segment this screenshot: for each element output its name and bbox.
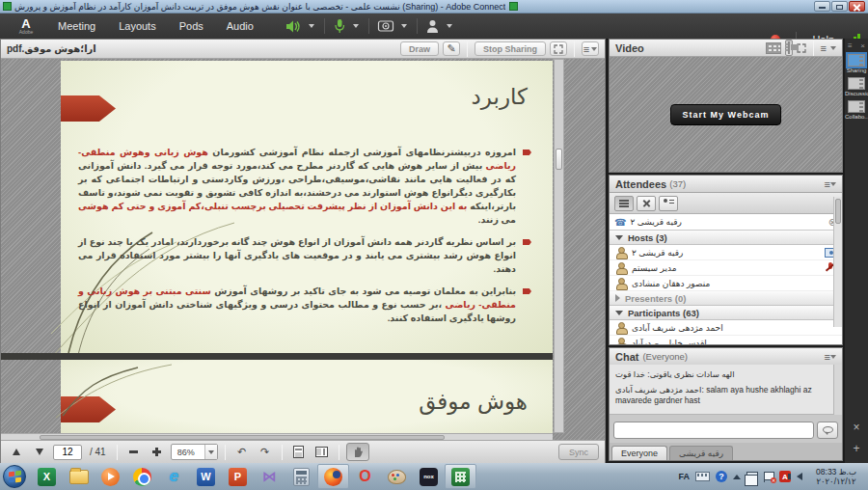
stop-sharing-button[interactable]: Stop Sharing xyxy=(475,41,546,56)
taskbar-word[interactable]: W xyxy=(190,464,222,489)
pointer-tool-button[interactable]: ✎ xyxy=(443,41,460,56)
hosts-group-header[interactable]: Hosts (3) xyxy=(610,231,842,245)
fit-page-button[interactable] xyxy=(312,444,332,460)
remove-layout-icon[interactable]: × xyxy=(853,421,859,434)
status-dropdown[interactable] xyxy=(447,24,452,28)
chat-pod-header: Chat (Everyone) ≡ xyxy=(610,348,842,366)
taskbar-firefox[interactable] xyxy=(317,464,349,489)
attendee-row[interactable]: منصور دهقان منشادی xyxy=(610,276,842,291)
maximize-button[interactable] xyxy=(831,1,848,12)
chat-scrollbar[interactable] xyxy=(833,365,842,415)
menu-layouts[interactable]: Layouts xyxy=(107,14,168,39)
attendees-scrollbar-thumb[interactable] xyxy=(835,199,841,224)
speaker-button[interactable] xyxy=(283,16,304,36)
layout-thumb-collaboration[interactable]: Collabo... xyxy=(845,100,868,120)
fullscreen-button[interactable] xyxy=(550,41,567,56)
taskbar-explorer[interactable] xyxy=(63,464,95,489)
taskbar-media-player[interactable] xyxy=(95,464,126,489)
zoom-in-button[interactable] xyxy=(148,444,167,460)
attendees-pod-body: ☎ رقیه قریشی ۲ ⊗ Hosts (3) رقیه قریشی ۲ … xyxy=(610,193,842,344)
attendee-row[interactable]: رقیه قریشی ۲ xyxy=(610,245,842,260)
webcam-button[interactable] xyxy=(375,16,396,36)
layout-bar-close-icon[interactable]: × xyxy=(860,41,865,50)
breakout-view-button[interactable] xyxy=(637,196,656,211)
taskbar-excel[interactable]: X xyxy=(31,464,63,489)
zoom-out-button[interactable] xyxy=(124,444,144,460)
taskbar-calculator[interactable] xyxy=(285,464,317,489)
chat-tab-everyone[interactable]: Everyone xyxy=(611,446,667,460)
video-grid-view-icon[interactable] xyxy=(766,42,781,54)
fit-width-button[interactable] xyxy=(289,444,309,460)
active-speaker-bar: ☎ رقیه قریشی ۲ ⊗ xyxy=(610,214,842,231)
attendee-row[interactable]: اقدس خلیلی صدرآباد xyxy=(610,336,842,344)
language-indicator[interactable]: FA xyxy=(678,472,690,481)
microphone-dropdown[interactable] xyxy=(353,24,359,28)
horizontal-scrollbar[interactable] xyxy=(1,433,553,440)
send-message-button[interactable] xyxy=(817,422,838,439)
speaker-dropdown[interactable] xyxy=(309,24,314,28)
zoom-dropdown-icon[interactable] xyxy=(204,445,217,459)
chat-message-input[interactable] xyxy=(613,422,814,439)
pan-tool-button[interactable] xyxy=(346,443,369,461)
add-layout-icon[interactable]: + xyxy=(853,442,859,455)
next-page-button[interactable] xyxy=(30,444,49,460)
taskbar-paint[interactable] xyxy=(381,464,413,489)
close-button[interactable] xyxy=(849,1,865,12)
volume-icon[interactable] xyxy=(797,473,802,480)
video-filmstrip-view-button[interactable] xyxy=(785,40,793,56)
pod-menu-button[interactable]: ≡ xyxy=(582,41,599,56)
windows-taskbar: X e W P ⋈ O nox FA ? ✕ A 08:33 ب.ظ ۲۰۲۰/… xyxy=(0,463,868,490)
webcam-dropdown[interactable] xyxy=(401,24,407,28)
slide-arrow-decoration xyxy=(61,95,116,122)
attendee-list-view-button[interactable] xyxy=(614,196,634,211)
attendees-scrollbar[interactable] xyxy=(833,197,842,327)
keyboard-icon[interactable] xyxy=(695,472,710,481)
menu-meeting[interactable]: Meeting xyxy=(46,14,107,39)
taskbar-chrome[interactable] xyxy=(126,464,158,489)
start-button[interactable] xyxy=(3,465,26,488)
display-tray-icon[interactable] xyxy=(746,472,758,481)
page-total-label: / 41 xyxy=(90,447,106,457)
show-hidden-icons-icon[interactable] xyxy=(733,475,741,479)
menu-bar: A Adobe Meeting Layouts Pods Audio xyxy=(0,14,868,39)
slide-bullet: بر اساس نظریه گاردنر همه دانش آموزان از … xyxy=(78,235,531,276)
sync-button[interactable]: Sync xyxy=(558,444,599,460)
microphone-button[interactable] xyxy=(331,16,348,36)
help-tray-icon[interactable]: ? xyxy=(716,471,727,482)
video-pod-menu-icon[interactable]: ≡ xyxy=(821,42,827,54)
layout-thumb-discussion[interactable]: Discussion xyxy=(845,77,868,96)
menu-audio[interactable]: Audio xyxy=(215,14,265,39)
start-webcam-button[interactable]: Start My Webcam xyxy=(670,104,782,125)
page-number-input[interactable] xyxy=(53,445,82,460)
rotate-left-button[interactable]: ↶ xyxy=(232,444,252,460)
share-pod-header: ارا؛هوش موفق.pdf Draw ✎ Stop Sharing ≡ xyxy=(1,40,605,59)
layout-thumb-sharing[interactable]: Sharing xyxy=(845,54,868,73)
fit-width-icon xyxy=(293,446,304,458)
rotate-right-button[interactable]: ↷ xyxy=(256,444,275,460)
chat-tab-bar: Everyone رقیه قریشی xyxy=(610,443,842,460)
presenters-group-header[interactable]: Presenters (0) xyxy=(610,291,842,306)
vertical-scrollbar[interactable] xyxy=(554,59,564,433)
participants-group-header[interactable]: Participants (63) xyxy=(610,306,842,320)
previous-page-button[interactable] xyxy=(7,444,26,460)
draw-button[interactable]: Draw xyxy=(400,41,439,56)
attendee-row[interactable]: احمد مژدهی شریف آبادی xyxy=(610,320,842,336)
zoom-level-select[interactable]: 86% xyxy=(171,444,218,460)
taskbar-nox[interactable]: nox xyxy=(413,464,445,489)
taskbar-powerpoint[interactable]: P xyxy=(222,464,254,489)
attendees-count: (37) xyxy=(669,178,686,189)
taskbar-adobe-connect[interactable] xyxy=(445,464,476,489)
menu-pods[interactable]: Pods xyxy=(168,14,215,39)
minimize-button[interactable] xyxy=(814,1,830,12)
taskbar-clock[interactable]: 08:33 ب.ظ ۲۰۲۰/۱۲/۱۲ xyxy=(808,467,864,486)
attendee-status-view-button[interactable] xyxy=(659,196,678,211)
layout-bar-menu-icon[interactable]: ≡ xyxy=(848,41,853,50)
taskbar-kmplayer[interactable]: ⋈ xyxy=(254,464,285,489)
chat-tab-private[interactable]: رقیه قریشی xyxy=(669,446,733,460)
action-center-flag-icon[interactable]: ✕ xyxy=(764,472,773,482)
raise-hand-button[interactable] xyxy=(423,16,442,36)
vertical-scrollbar-thumb[interactable] xyxy=(556,149,562,170)
taskbar-internet-explorer[interactable]: e xyxy=(158,464,190,489)
attendee-row[interactable]: مدیر سیستم xyxy=(610,260,842,276)
taskbar-opera[interactable]: O xyxy=(349,464,381,489)
